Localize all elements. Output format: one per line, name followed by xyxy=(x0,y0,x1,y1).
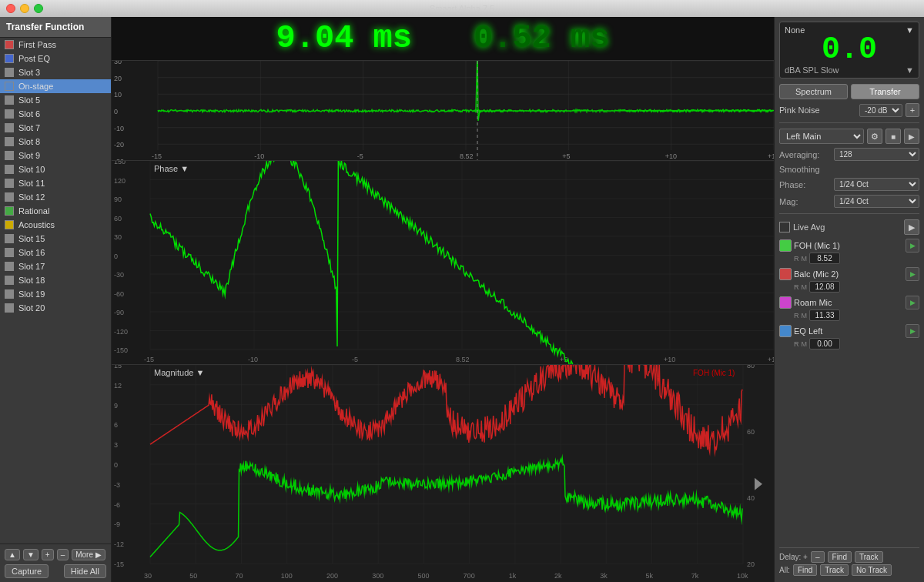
sidebar-item-slot3[interactable]: Slot 3 xyxy=(0,65,111,79)
track-delay-roam: 11.33 xyxy=(809,309,840,321)
sidebar-item-color-slot16 xyxy=(5,248,14,257)
delay-minus-button[interactable]: – xyxy=(811,551,825,563)
track-rm-row-balc: RM12.08 xyxy=(794,281,919,293)
all-no-track-button[interactable]: No Track xyxy=(852,564,892,576)
sidebar-item-label-first-pass: First Pass xyxy=(18,40,56,49)
sidebar-item-slot20[interactable]: Slot 20 xyxy=(0,301,111,315)
right-panel: None ▼ 0.0 dBA SPL Slow ▼ Spectrum Trans… xyxy=(774,17,924,582)
sidebar-item-post-eq[interactable]: Post EQ xyxy=(0,52,111,65)
averaging-label: Averaging: xyxy=(779,150,829,159)
sidebar-item-slot6[interactable]: Slot 6 xyxy=(0,107,111,121)
smoothing-label: Smoothing xyxy=(779,165,829,174)
all-controls-row: All: Find Track No Track xyxy=(779,564,919,576)
sidebar-item-slot15[interactable]: Slot 15 xyxy=(0,232,111,246)
phase-smoothing-row: Phase: 1/24 Oct 1/12 Oct 1/6 Oct 1/3 Oct xyxy=(779,178,919,191)
sidebar-item-first-pass[interactable]: First Pass xyxy=(0,38,111,52)
track-play-balc[interactable]: ▶ xyxy=(906,267,919,281)
track-foh: FOH (Mic 1)▶RM8.52 xyxy=(779,239,919,264)
track-r-label-foh: R xyxy=(794,255,799,263)
all-find-button[interactable]: Find xyxy=(793,564,817,576)
impulse-canvas xyxy=(112,61,774,161)
pink-noise-row: Pink Noise -20 dB -10 dB 0 dB + xyxy=(779,103,919,117)
sidebar-item-slot18[interactable]: Slot 18 xyxy=(0,273,111,287)
sidebar-item-slot8[interactable]: Slot 8 xyxy=(0,135,111,149)
sidebar-item-label-slot18: Slot 18 xyxy=(18,276,45,285)
channel-settings-icon[interactable]: ⚙ xyxy=(867,129,882,144)
track-name-foh: FOH (Mic 1) xyxy=(794,241,903,250)
sidebar-item-color-slot5 xyxy=(5,95,14,105)
track-play-eq-left[interactable]: ▶ xyxy=(906,324,919,338)
mag-smoothing-select[interactable]: 1/24 Oct 1/12 Oct 1/6 Oct xyxy=(834,195,919,208)
sidebar-item-slot10[interactable]: Slot 10 xyxy=(0,162,111,176)
track-color-eq-left xyxy=(779,325,792,337)
sidebar-item-label-slot12: Slot 12 xyxy=(18,192,45,202)
mag-smoothing-row: Mag: 1/24 Oct 1/12 Oct 1/6 Oct xyxy=(779,195,919,208)
sidebar-item-color-acoustics xyxy=(5,220,14,229)
track-play-roam[interactable]: ▶ xyxy=(906,296,919,309)
channel-play-button[interactable]: ▶ xyxy=(904,129,919,144)
sidebar-item-slot16[interactable]: Slot 16 xyxy=(0,246,111,259)
main-layout: Transfer Function First PassPost EQSlot … xyxy=(0,17,924,582)
spl-display: None ▼ 0.0 dBA SPL Slow ▼ xyxy=(779,22,919,79)
capture-button[interactable]: Capture xyxy=(5,564,49,578)
delay-track-button[interactable]: Track xyxy=(855,551,883,563)
sidebar-item-label-slot19: Slot 19 xyxy=(18,289,45,299)
spl-dropdown-icon[interactable]: ▼ xyxy=(906,25,914,35)
channel-select[interactable]: Left Main Right Main Center xyxy=(779,129,864,144)
phase-canvas xyxy=(112,161,774,365)
sidebar-item-color-slot15 xyxy=(5,234,14,243)
channel-stop-button[interactable]: ■ xyxy=(886,129,901,144)
sidebar-item-label-slot5: Slot 5 xyxy=(18,95,40,105)
track-m-label-foh: M xyxy=(802,255,808,263)
spl-unit-dropdown[interactable]: ▼ xyxy=(906,65,914,75)
sidebar-item-slot9[interactable]: Slot 9 xyxy=(0,149,111,162)
sidebar-more-button[interactable]: More ▶ xyxy=(72,549,105,560)
all-track-button[interactable]: Track xyxy=(820,564,849,576)
sidebar-up-button[interactable]: ▲ xyxy=(5,549,20,560)
secondary-delay-display: 0.52 ms xyxy=(474,20,609,57)
magnitude-chart xyxy=(112,364,774,582)
sidebar-down-button[interactable]: ▼ xyxy=(23,549,38,560)
sidebar-item-slot11[interactable]: Slot 11 xyxy=(0,176,111,190)
sidebar-item-rational[interactable]: Rational xyxy=(0,204,111,218)
sidebar-add-button[interactable]: + xyxy=(42,549,54,560)
live-avg-play-button[interactable]: ▶ xyxy=(904,219,919,235)
sidebar-item-color-slot20 xyxy=(5,303,14,313)
sidebar-item-color-first-pass xyxy=(5,40,14,49)
hide-all-button[interactable]: Hide All xyxy=(64,564,106,578)
track-r-label-eq-left: R xyxy=(794,340,799,348)
sidebar-item-slot12[interactable]: Slot 12 xyxy=(0,190,111,204)
sidebar-item-on-stage[interactable]: On-stage xyxy=(0,79,111,93)
sidebar-item-slot5[interactable]: Slot 5 xyxy=(0,93,111,107)
tab-transfer[interactable]: Transfer xyxy=(851,84,919,99)
averaging-select[interactable]: 128 64 32 xyxy=(834,148,919,161)
sidebar-item-slot17[interactable]: Slot 17 xyxy=(0,259,111,273)
close-button[interactable] xyxy=(6,4,15,13)
sidebar-item-color-slot9 xyxy=(5,151,14,160)
track-m-label-roam: M xyxy=(802,312,808,319)
tab-spectrum[interactable]: Spectrum xyxy=(779,84,848,99)
sidebar-footer: ▲ ▼ + – More ▶ Capture Hide All xyxy=(0,544,111,582)
track-play-foh[interactable]: ▶ xyxy=(906,239,919,253)
track-name-eq-left: EQ Left xyxy=(794,326,903,336)
delay-find-button[interactable]: Find xyxy=(828,551,852,563)
sidebar-item-slot19[interactable]: Slot 19 xyxy=(0,287,111,301)
sidebar-item-slot7[interactable]: Slot 7 xyxy=(0,121,111,135)
all-label: All: xyxy=(779,566,790,574)
sidebar-item-acoustics[interactable]: Acoustics xyxy=(0,218,111,232)
phase-smoothing-select[interactable]: 1/24 Oct 1/12 Oct 1/6 Oct 1/3 Oct xyxy=(834,178,919,191)
sidebar-item-label-slot3: Slot 3 xyxy=(18,68,40,77)
phase-chart xyxy=(112,160,774,364)
sidebar-remove-button[interactable]: – xyxy=(57,549,69,560)
sidebar-item-label-slot20: Slot 20 xyxy=(18,303,45,313)
center-panel: 9.04 ms 0.52 ms xyxy=(112,17,774,582)
live-avg-checkbox[interactable] xyxy=(779,222,790,232)
minimize-button[interactable] xyxy=(20,4,29,13)
track-name-roam: Roam Mic xyxy=(794,298,903,307)
maximize-button[interactable] xyxy=(34,4,43,13)
phase-label: Phase: xyxy=(779,180,829,189)
tracks-list: FOH (Mic 1)▶RM8.52Balc (Mic 2)▶RM12.08Ro… xyxy=(779,239,919,353)
track-row-balc: Balc (Mic 2)▶ xyxy=(779,267,919,281)
pink-noise-plus-button[interactable]: + xyxy=(906,103,919,117)
pink-noise-select[interactable]: -20 dB -10 dB 0 dB xyxy=(859,104,902,117)
